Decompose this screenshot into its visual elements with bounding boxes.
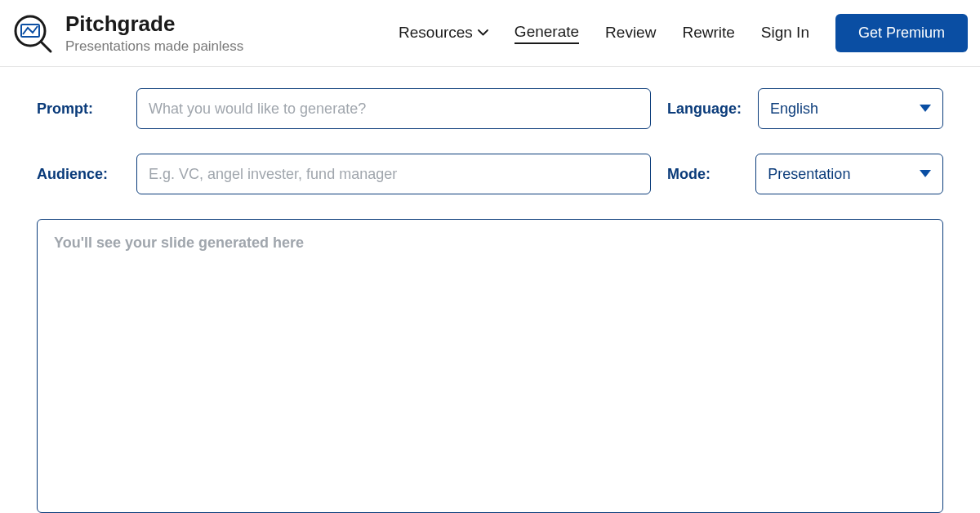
nav-generate-label: Generate <box>514 23 579 41</box>
prompt-label: Prompt: <box>37 100 112 118</box>
brand-subtitle: Presentations made painless <box>65 38 243 55</box>
content: Prompt: Language: English Audience: Mode… <box>0 67 980 513</box>
mode-select[interactable]: Presentation <box>755 154 943 194</box>
form-row-prompt: Prompt: Language: English <box>37 88 943 129</box>
language-label: Language: <box>667 100 742 118</box>
header: Pitchgrade Presentations made painless R… <box>0 0 980 67</box>
audience-input[interactable] <box>136 154 651 194</box>
output-area: You'll see your slide generated here <box>37 219 943 513</box>
get-premium-button[interactable]: Get Premium <box>835 14 968 52</box>
prompt-group: Prompt: <box>37 88 651 129</box>
prompt-input[interactable] <box>136 88 651 129</box>
nav-rewrite-label: Rewrite <box>682 24 734 42</box>
mode-value: Presentation <box>768 166 850 183</box>
nav-review[interactable]: Review <box>605 24 656 43</box>
nav-signin[interactable]: Sign In <box>761 24 809 43</box>
brand: Pitchgrade Presentations made painless <box>12 11 243 55</box>
nav-signin-label: Sign In <box>761 24 809 42</box>
svg-line-1 <box>41 42 51 51</box>
nav-generate[interactable]: Generate <box>514 23 579 44</box>
mode-select-wrap: Presentation <box>755 154 943 194</box>
brand-title: Pitchgrade <box>65 11 243 37</box>
dropdown-arrow-icon <box>920 105 931 113</box>
dropdown-arrow-icon <box>920 170 931 178</box>
language-select[interactable]: English <box>758 88 943 129</box>
svg-marker-3 <box>920 105 931 112</box>
nav-resources-label: Resources <box>399 24 473 42</box>
nav-review-label: Review <box>605 24 656 42</box>
language-select-wrap: English <box>758 88 943 129</box>
brand-text: Pitchgrade Presentations made painless <box>65 11 243 55</box>
nav-resources[interactable]: Resources <box>399 24 488 43</box>
svg-marker-4 <box>920 170 931 177</box>
chevron-down-icon <box>478 29 488 36</box>
nav-rewrite[interactable]: Rewrite <box>682 24 734 43</box>
form-row-audience: Audience: Mode: Presentation <box>37 154 943 194</box>
mode-label: Mode: <box>667 166 739 183</box>
audience-label: Audience: <box>37 166 112 183</box>
language-value: English <box>770 100 818 118</box>
output-placeholder: You'll see your slide generated here <box>54 234 926 252</box>
audience-group: Audience: <box>37 154 651 194</box>
nav: Resources Generate Review Rewrite Sign I… <box>399 14 968 52</box>
logo-icon <box>12 13 53 54</box>
